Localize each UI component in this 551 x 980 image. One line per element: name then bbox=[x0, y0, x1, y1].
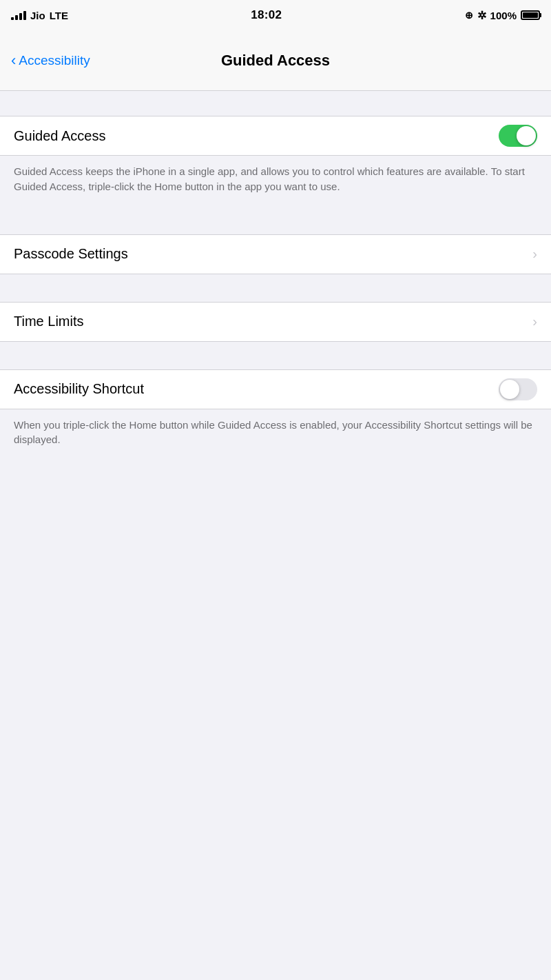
time-limits-label: Time Limits bbox=[14, 314, 83, 329]
passcode-settings-row[interactable]: Passcode Settings › bbox=[0, 235, 551, 274]
passcode-settings-group: Passcode Settings › bbox=[0, 234, 551, 274]
toggle-knob bbox=[517, 126, 536, 145]
accessibility-shortcut-description: When you triple-click the Home button wh… bbox=[0, 409, 551, 460]
passcode-settings-label: Passcode Settings bbox=[14, 246, 128, 262]
gap-1 bbox=[0, 207, 551, 234]
guided-access-description: Guided Access keeps the iPhone in a sing… bbox=[0, 156, 551, 207]
bluetooth-icon: ✲ bbox=[477, 9, 486, 22]
screen-lock-icon: ⊕ bbox=[465, 10, 473, 21]
signal-bar-3 bbox=[19, 13, 22, 20]
signal-bar-2 bbox=[15, 15, 18, 20]
battery-icon bbox=[521, 10, 540, 20]
accessibility-shortcut-label: Accessibility Shortcut bbox=[14, 381, 144, 397]
battery-fill bbox=[523, 12, 538, 18]
gap-2 bbox=[0, 274, 551, 302]
accessibility-shortcut-group: Accessibility Shortcut bbox=[0, 369, 551, 409]
guided-access-label: Guided Access bbox=[14, 128, 105, 144]
signal-bar-1 bbox=[11, 17, 14, 20]
back-chevron-icon: ‹ bbox=[11, 53, 16, 68]
status-right: ⊕ ✲ 100% bbox=[465, 9, 540, 22]
network-type: LTE bbox=[50, 10, 68, 21]
accessibility-shortcut-toggle[interactable] bbox=[499, 378, 537, 400]
top-spacer bbox=[0, 91, 551, 116]
gap-3 bbox=[0, 342, 551, 369]
carrier-label: Jio bbox=[30, 10, 45, 21]
back-label: Accessibility bbox=[19, 53, 90, 68]
status-left: Jio LTE bbox=[11, 10, 68, 21]
time-limits-chevron-icon: › bbox=[532, 314, 537, 329]
signal-bar-4 bbox=[23, 11, 26, 20]
back-button[interactable]: ‹ Accessibility bbox=[11, 53, 90, 68]
status-bar: Jio LTE 18:02 ⊕ ✲ 100% bbox=[0, 0, 551, 30]
accessibility-shortcut-row: Accessibility Shortcut bbox=[0, 370, 551, 409]
passcode-chevron-icon: › bbox=[532, 246, 537, 262]
shortcut-toggle-knob bbox=[500, 380, 519, 399]
battery-percent: 100% bbox=[490, 10, 517, 21]
guided-access-row: Guided Access bbox=[0, 116, 551, 155]
nav-bar: ‹ Accessibility Guided Access bbox=[0, 30, 551, 91]
guided-access-toggle[interactable] bbox=[499, 125, 537, 147]
page-title: Guided Access bbox=[221, 52, 330, 70]
time-limits-row[interactable]: Time Limits › bbox=[0, 303, 551, 341]
time-limits-group: Time Limits › bbox=[0, 302, 551, 342]
guided-access-group: Guided Access bbox=[0, 116, 551, 156]
status-time: 18:02 bbox=[251, 8, 282, 22]
battery-container bbox=[521, 10, 540, 20]
content: Guided Access Guided Access keeps the iP… bbox=[0, 91, 551, 460]
signal-bars bbox=[11, 10, 26, 20]
